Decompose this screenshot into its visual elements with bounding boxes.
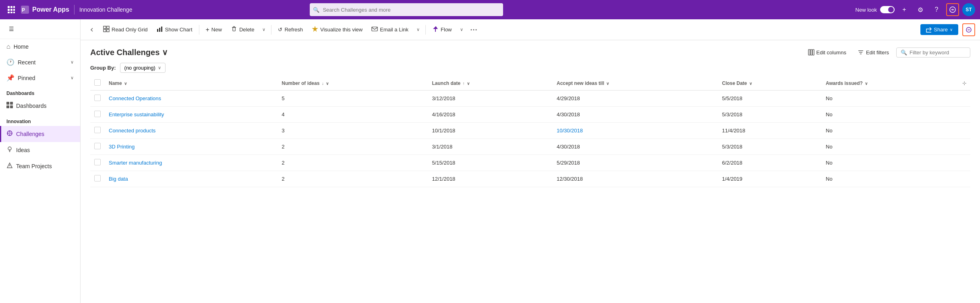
num-ideas-col-menu[interactable]: ∨ [326, 81, 329, 86]
help-button[interactable]: ? [930, 3, 943, 16]
row-launch-date-3: 3/1/2018 [428, 139, 553, 155]
row-accept-till-0: 4/29/2018 [553, 91, 718, 107]
svg-marker-38 [312, 26, 318, 32]
row-accept-till-1: 4/30/2018 [553, 107, 718, 123]
refresh-button[interactable]: ↺ Refresh [274, 24, 307, 35]
sidebar-top: ☰ [0, 19, 80, 39]
sidebar-item-challenges[interactable]: Challenges [0, 126, 80, 142]
search-input[interactable] [310, 3, 503, 16]
close-date-col-menu[interactable]: ∨ [749, 81, 752, 86]
email-dropdown-button[interactable]: ∨ [413, 23, 423, 36]
recent-icon: 🕐 [6, 58, 15, 66]
row-checkbox-0[interactable] [94, 95, 101, 101]
num-ideas-sort-icon[interactable]: ↓ [322, 81, 324, 86]
flow-dropdown-button[interactable]: ∨ [457, 23, 466, 36]
sidebar-item-home[interactable]: ⌂ Home [0, 39, 80, 54]
more-options-button[interactable] [467, 23, 480, 36]
copilot-nav-button[interactable] [946, 3, 959, 16]
innovation-section-header: Innovation [0, 114, 80, 126]
visualize-icon [312, 26, 318, 33]
view-title-text: Active Challenges [90, 48, 160, 57]
sidebar-item-recent[interactable]: 🕐 Recent ∨ [0, 54, 80, 70]
edit-columns-button[interactable]: Edit columns [804, 47, 850, 58]
group-by-label: Group By: [90, 65, 116, 71]
svg-point-40 [470, 29, 472, 30]
svg-rect-28 [104, 26, 106, 29]
row-checkbox-2[interactable] [94, 127, 101, 133]
flow-label: Flow [441, 27, 452, 33]
delete-button[interactable]: Delete [227, 23, 259, 36]
search-bar: 🔍 [310, 3, 503, 16]
read-only-grid-icon [103, 26, 110, 33]
row-extra-1 [958, 107, 970, 123]
read-only-grid-button[interactable]: Read Only Grid [99, 23, 152, 36]
col-header-check [90, 76, 105, 91]
show-chart-button[interactable]: Show Chart [153, 23, 197, 36]
svg-rect-12 [6, 102, 9, 105]
email-link-button[interactable]: Email a Link [367, 23, 412, 36]
new-look-label: New look [856, 7, 877, 13]
row-awards-4: No [822, 155, 958, 171]
waffle-icon[interactable] [5, 3, 18, 16]
new-button[interactable]: + New [202, 24, 226, 36]
svg-rect-35 [233, 27, 235, 31]
flow-button[interactable]: Flow [428, 23, 456, 36]
name-sort-icon[interactable]: ∨ [124, 81, 127, 86]
new-look-toggle[interactable] [880, 6, 895, 13]
row-check-4 [90, 155, 105, 171]
sidebar-item-pinned[interactable]: 📌 Pinned ∨ [0, 70, 80, 86]
sidebar-item-dashboards[interactable]: Dashboards [0, 98, 80, 114]
header-checkbox[interactable] [94, 79, 101, 86]
sidebar-item-team-projects[interactable]: Team Projects [0, 158, 80, 174]
visualize-button[interactable]: Visualize this view [308, 23, 367, 36]
table-row: Enterprise sustainability 4 4/16/2018 4/… [90, 107, 970, 123]
svg-rect-1 [10, 6, 12, 8]
copilot-toolbar-button[interactable] [962, 23, 975, 36]
table-header-row: Name ∨ Number of ideas ↓ ∨ Launch date ↑… [90, 76, 970, 91]
team-projects-icon [6, 162, 13, 170]
row-close-date-5: 1/4/2019 [718, 171, 822, 187]
svg-rect-2 [13, 6, 15, 8]
row-checkbox-4[interactable] [94, 159, 101, 165]
svg-rect-6 [8, 12, 10, 13]
row-extra-2 [958, 123, 970, 139]
row-check-0 [90, 91, 105, 107]
row-checkbox-1[interactable] [94, 111, 101, 117]
row-close-date-2: 11/4/2018 [718, 123, 822, 139]
row-checkbox-3[interactable] [94, 143, 101, 149]
row-name-4: Smarter manufacturing [105, 155, 278, 171]
refresh-icon: ↺ [278, 27, 282, 33]
filter-by-keyword-input[interactable] [910, 49, 966, 56]
accept-till-col-menu[interactable]: ∨ [606, 81, 609, 86]
launch-date-col-menu[interactable]: ∨ [467, 81, 470, 86]
row-checkbox-5[interactable] [94, 175, 101, 181]
group-by-value: (no grouping) [124, 65, 155, 71]
row-check-3 [90, 139, 105, 155]
svg-rect-32 [157, 29, 158, 32]
edit-filters-button[interactable]: Edit filters [854, 47, 893, 58]
share-button[interactable]: Share ∨ [920, 24, 958, 35]
recent-chevron: ∨ [70, 60, 74, 65]
awards-col-menu[interactable]: ∨ [865, 81, 868, 86]
group-by-select[interactable]: (no grouping) ∨ [120, 63, 166, 73]
sidebar-hamburger[interactable]: ☰ [5, 23, 18, 35]
row-extra-4 [958, 155, 970, 171]
row-awards-5: No [822, 171, 958, 187]
row-name-0: Connected Operations [105, 91, 278, 107]
row-launch-date-5: 12/1/2018 [428, 171, 553, 187]
plus-button[interactable]: + [898, 3, 911, 16]
launch-date-sort-icon[interactable]: ↑ [463, 81, 465, 86]
edit-filters-label: Edit filters [866, 49, 889, 56]
svg-rect-44 [808, 49, 810, 55]
email-icon [371, 26, 378, 33]
new-icon: + [206, 26, 209, 33]
sidebar-item-ideas[interactable]: Ideas [0, 142, 80, 158]
sidebar: ☰ ⌂ Home 🕐 Recent ∨ 📌 Pinned ∨ Dashboard… [0, 19, 81, 303]
settings-button[interactable]: ⚙ [914, 3, 927, 16]
svg-point-17 [8, 132, 11, 134]
delete-dropdown-button[interactable]: ∨ [259, 23, 269, 36]
back-button[interactable] [85, 23, 98, 36]
view-title-caret[interactable]: ∨ [162, 47, 168, 57]
row-num-ideas-2: 3 [278, 123, 428, 139]
user-avatar[interactable]: ST [962, 3, 975, 16]
